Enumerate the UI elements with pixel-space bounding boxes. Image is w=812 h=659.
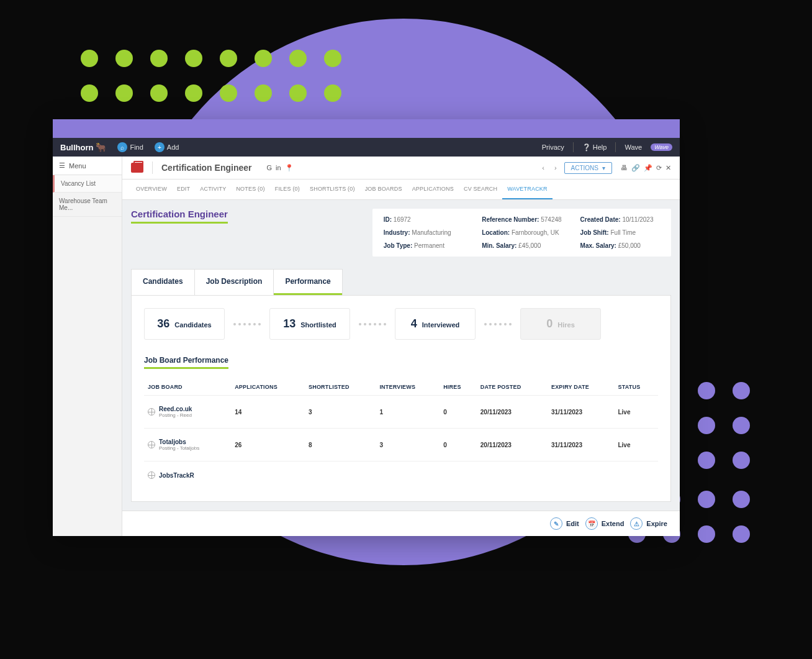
extend-button[interactable]: 📅 Extend	[585, 517, 625, 530]
menu-toggle[interactable]: ☰ Menu	[53, 157, 122, 175]
col-header: JOB BOARD	[144, 379, 231, 396]
link-icon[interactable]: 🔗	[631, 164, 640, 172]
page-header: Certification Engineer G in 📍 ‹ › ACTION…	[122, 157, 680, 180]
actions-dropdown[interactable]: ACTIONS ▾	[564, 162, 612, 174]
table-row[interactable]: Reed.co.ukPosting - Reed1431020/11/20233…	[144, 396, 658, 429]
col-header: APPLICATIONS	[231, 379, 305, 396]
col-header: HIRES	[440, 379, 477, 396]
section-title: Job Board Performance	[144, 356, 228, 369]
dots-separator	[233, 323, 261, 325]
col-header: DATE POSTED	[477, 379, 548, 396]
tab-applications[interactable]: APPLICATIONS	[407, 180, 459, 199]
footer-actions: ✎ Edit 📅 Extend ⚠ Expire	[122, 511, 680, 536]
top-bar: Bullhorn 🐂 ⌕ Find + Add Privacy ❔ Help W…	[53, 138, 680, 157]
decorative-purple-dots-1	[698, 382, 750, 469]
stat-card-interviewed[interactable]: 4Interviewed	[395, 308, 476, 340]
calendar-icon: 📅	[585, 517, 598, 530]
chevron-down-icon: ▾	[602, 165, 605, 171]
separator	[615, 142, 616, 152]
wave-label: Wave	[625, 143, 642, 151]
table-row[interactable]: JobsTrackR	[144, 461, 658, 489]
tab-wavetrackr[interactable]: WAVETRACKR	[502, 180, 553, 199]
divider	[152, 161, 153, 174]
search-icon: ⌕	[117, 142, 127, 152]
col-header: STATUS	[614, 379, 658, 396]
globe-icon	[148, 441, 155, 448]
refresh-icon[interactable]: ⟳	[656, 164, 662, 172]
expire-button[interactable]: ⚠ Expire	[630, 517, 667, 530]
tab-job-boards[interactable]: JOB BOARDS	[360, 180, 407, 199]
help-icon: ❔	[582, 143, 591, 151]
globe-icon	[148, 471, 155, 479]
tabs-row: OVERVIEWEDITACTIVITYNOTES (0)FILES (0)SH…	[122, 180, 680, 200]
linkedin-icon[interactable]: in	[276, 164, 281, 172]
performance-panel: 36Candidates13Shortlisted4Interviewed0Hi…	[131, 295, 671, 502]
sidebar-item-vacancy-list[interactable]: Vacancy List	[53, 175, 122, 193]
stats-row: 36Candidates13Shortlisted4Interviewed0Hi…	[144, 308, 658, 340]
brand-logo: Bullhorn 🐂	[60, 142, 106, 152]
dots-separator	[359, 323, 386, 325]
tab-notes-0-[interactable]: NOTES (0)	[231, 180, 269, 199]
find-button[interactable]: ⌕ Find	[117, 142, 143, 152]
sidebar-item-warehouse[interactable]: Warehouse Team Me...	[53, 193, 122, 217]
wave-badge: Wave	[651, 143, 672, 151]
inner-tab-performance[interactable]: Performance	[274, 270, 341, 295]
separator	[573, 142, 574, 152]
plus-icon: +	[155, 142, 165, 152]
window-accent-bar	[53, 119, 680, 138]
inner-tab-job-description[interactable]: Job Description	[195, 270, 274, 295]
prev-chevron-icon[interactable]: ‹	[539, 164, 547, 171]
job-meta-card: ID: 16972 Reference Number: 574248 Creat…	[372, 209, 671, 257]
add-button[interactable]: + Add	[155, 142, 179, 152]
inner-tab-candidates[interactable]: Candidates	[132, 270, 195, 295]
stat-card-shortlisted[interactable]: 13Shortlisted	[269, 308, 350, 340]
page-title: Certification Engineer	[161, 163, 251, 173]
pencil-icon: ✎	[550, 517, 562, 530]
next-chevron-icon[interactable]: ›	[552, 164, 559, 171]
tab-files-0-[interactable]: FILES (0)	[270, 180, 305, 199]
decorative-green-dots	[81, 50, 341, 102]
stat-card-hires[interactable]: 0Hires	[520, 308, 601, 340]
col-header: EXPIRY DATE	[548, 379, 615, 396]
tab-overview[interactable]: OVERVIEW	[131, 180, 172, 199]
edit-button[interactable]: ✎ Edit	[550, 517, 579, 530]
tab-cv-search[interactable]: CV SEARCH	[459, 180, 502, 199]
table-row[interactable]: TotaljobsPosting - Totaljobs2683020/11/2…	[144, 429, 658, 461]
job-board-table: JOB BOARDAPPLICATIONSSHORTLISTEDINTERVIE…	[144, 379, 658, 489]
pin-icon[interactable]: 📌	[644, 164, 652, 172]
job-title: Certification Engineer	[131, 209, 228, 224]
tab-edit[interactable]: EDIT	[172, 180, 195, 199]
help-link[interactable]: ❔ Help	[582, 143, 607, 152]
col-header: INTERVIEWS	[376, 379, 440, 396]
google-icon[interactable]: G	[266, 164, 272, 172]
hamburger-icon: ☰	[59, 161, 65, 170]
globe-icon	[148, 408, 155, 416]
dots-separator	[484, 323, 512, 325]
stat-card-candidates[interactable]: 36Candidates	[144, 308, 225, 340]
app-window: Bullhorn 🐂 ⌕ Find + Add Privacy ❔ Help W…	[53, 119, 680, 536]
warning-icon: ⚠	[630, 517, 643, 530]
privacy-link[interactable]: Privacy	[542, 143, 564, 151]
brand-text: Bullhorn	[60, 143, 93, 152]
close-icon[interactable]: ✕	[665, 164, 671, 172]
bull-icon: 🐂	[96, 142, 106, 152]
sidebar: ☰ Menu Vacancy List Warehouse Team Me...	[53, 157, 122, 536]
print-icon[interactable]: 🖶	[621, 164, 628, 172]
inner-tabs: CandidatesJob DescriptionPerformance	[131, 269, 343, 295]
location-icon[interactable]: 📍	[285, 164, 294, 172]
tab-shortlists-0-[interactable]: SHORTLISTS (0)	[305, 180, 360, 199]
col-header: SHORTLISTED	[305, 379, 376, 396]
briefcase-icon	[131, 163, 143, 173]
tab-activity[interactable]: ACTIVITY	[195, 180, 231, 199]
main-content: Certification Engineer G in 📍 ‹ › ACTION…	[122, 157, 680, 536]
